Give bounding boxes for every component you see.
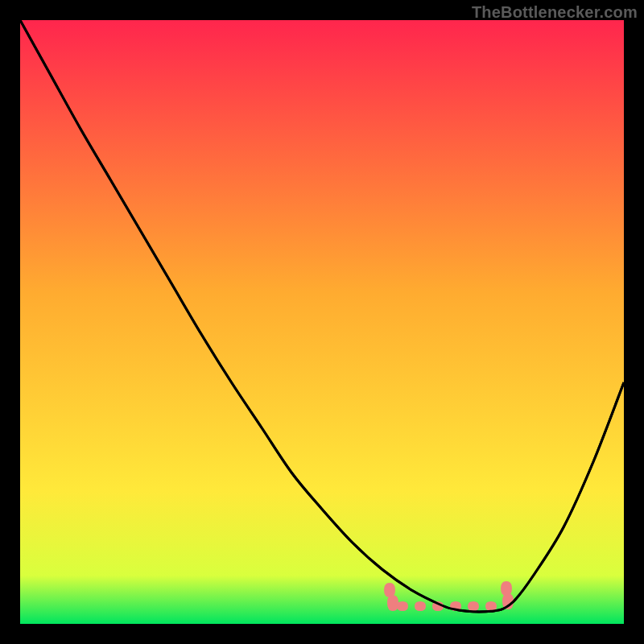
chart-background: [20, 20, 624, 624]
chart-svg: [20, 20, 624, 624]
chart-area: [20, 20, 624, 624]
watermark-text: TheBottlenecker.com: [472, 3, 638, 22]
